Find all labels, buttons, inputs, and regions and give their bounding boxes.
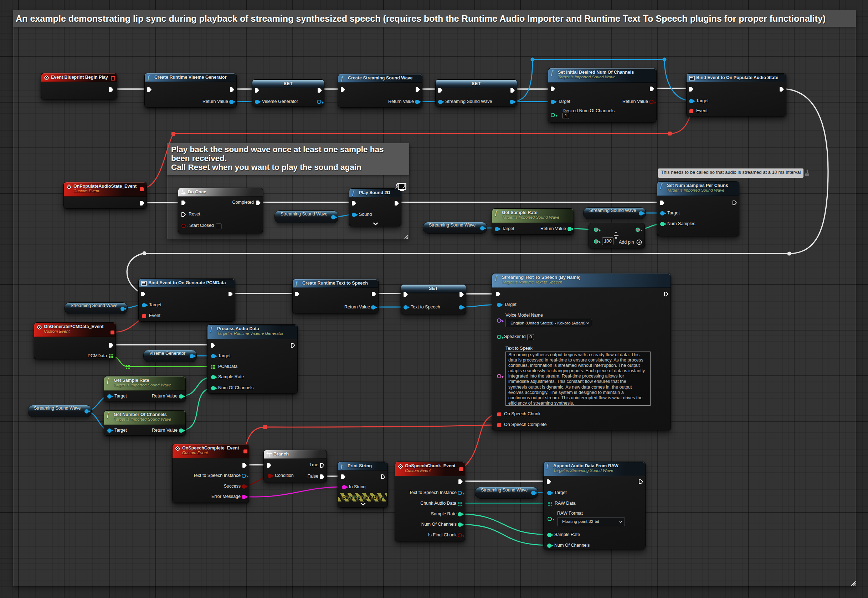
- svg-text:1: 1: [182, 190, 184, 193]
